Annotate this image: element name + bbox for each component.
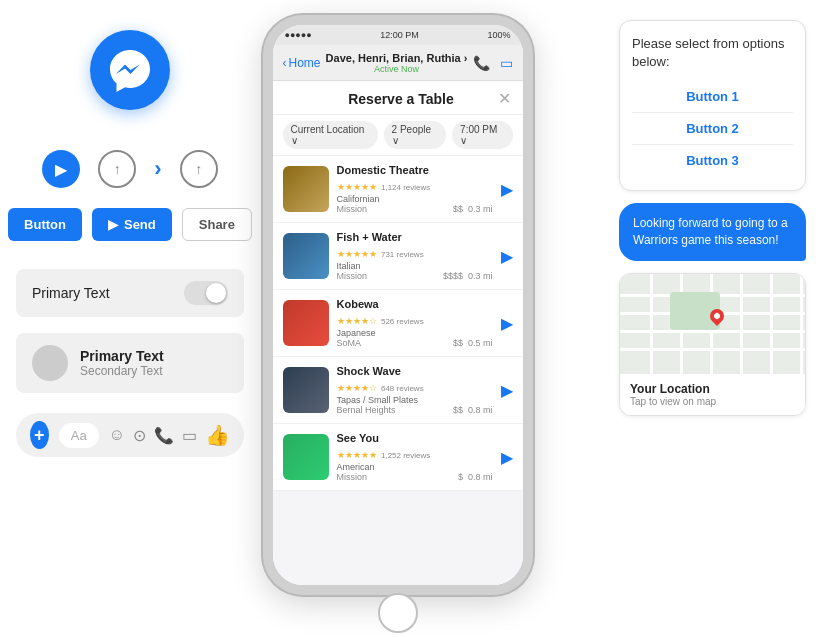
restaurant-image (283, 434, 329, 480)
toggle-label: Primary Text (32, 285, 110, 301)
toggle-switch[interactable] (184, 281, 228, 305)
video-call-icon[interactable]: ▭ (500, 55, 513, 71)
restaurant-select-arrow[interactable]: ▶ (501, 448, 513, 467)
review-count: 731 reviews (381, 250, 424, 259)
restaurant-location: Bernal Heights (337, 405, 396, 415)
phone-icon[interactable]: 📞 (154, 426, 174, 445)
restaurant-price: $$$$ 0.3 mi (443, 271, 493, 281)
restaurant-info: Kobewa ★★★★☆ 526 reviews Japanese SoMA $… (337, 298, 493, 348)
active-status: Active Now (321, 64, 473, 74)
restaurant-select-arrow[interactable]: ▶ (501, 247, 513, 266)
restaurant-info: Fish + Water ★★★★★ 731 reviews Italian M… (337, 231, 493, 281)
restaurant-rating: ★★★★★ 1,252 reviews (337, 444, 493, 462)
restaurant-item[interactable]: Kobewa ★★★★☆ 526 reviews Japanese SoMA $… (273, 290, 523, 357)
restaurant-image-bg (283, 300, 329, 346)
restaurant-meta: Mission $ 0.8 mi (337, 472, 493, 482)
restaurant-location: SoMA (337, 338, 362, 348)
reserve-header: Reserve a Table ✕ (273, 81, 523, 115)
restaurant-item[interactable]: See You ★★★★★ 1,252 reviews American Mis… (273, 424, 523, 491)
list-primary-text: Primary Text (80, 348, 164, 364)
send-btn[interactable]: ▶ Send (92, 208, 172, 241)
restaurant-rating: ★★★★★ 731 reviews (337, 243, 493, 261)
like-icon[interactable]: 👍 (205, 423, 230, 447)
restaurant-price: $$ 0.3 mi (453, 204, 493, 214)
phone-wrapper: ●●●●● 12:00 PM 100% ‹ Home Dave, Henri, … (245, 15, 550, 625)
options-card: Please select from options below: Button… (619, 20, 806, 191)
restaurant-select-arrow[interactable]: ▶ (501, 180, 513, 199)
restaurant-image-bg (283, 367, 329, 413)
street-v-6 (800, 274, 803, 374)
messenger-icon (106, 46, 154, 94)
share-btn[interactable]: Share (182, 208, 252, 241)
location-filter[interactable]: Current Location ∨ (283, 121, 378, 149)
restaurant-image (283, 233, 329, 279)
option-button-1[interactable]: Button 1 (632, 81, 793, 112)
left-panel: ▶ ↑ › ↑ Button ▶ Send Share Primary Text… (0, 0, 260, 637)
button-btn[interactable]: Button (8, 208, 82, 241)
street-v-1 (650, 274, 653, 374)
phone-call-icon[interactable]: 📞 (473, 55, 490, 71)
upload-icon-1[interactable]: ↑ (98, 150, 136, 188)
option-button-3[interactable]: Button 3 (632, 144, 793, 176)
restaurant-cuisine: Japanese (337, 328, 493, 338)
camera-icon[interactable]: ⊙ (133, 426, 146, 445)
icon-row: ▶ ↑ › ↑ (42, 150, 217, 188)
phone-frame: ●●●●● 12:00 PM 100% ‹ Home Dave, Henri, … (263, 15, 533, 595)
time-filter[interactable]: 7:00 PM ∨ (452, 121, 512, 149)
option-button-2[interactable]: Button 2 (632, 112, 793, 144)
map-area (620, 274, 805, 374)
map-card[interactable]: Your Location Tap to view on map (619, 273, 806, 416)
message-input[interactable]: Aa (59, 423, 99, 448)
back-chevron: ‹ (283, 56, 287, 70)
emoji-icon[interactable]: ☺ (109, 426, 125, 444)
restaurant-info: Domestic Theatre ★★★★★ 1,124 reviews Cal… (337, 164, 493, 214)
arrow-icon: › (154, 156, 161, 182)
star-rating: ★★★★★ (337, 249, 377, 259)
restaurant-item[interactable]: Fish + Water ★★★★★ 731 reviews Italian M… (273, 223, 523, 290)
restaurant-item[interactable]: Domestic Theatre ★★★★★ 1,124 reviews Cal… (273, 156, 523, 223)
restaurant-price: $ 0.8 mi (458, 472, 493, 482)
restaurant-select-arrow[interactable]: ▶ (501, 381, 513, 400)
chat-bubble: Looking forward to going to a Warriors g… (619, 203, 806, 261)
restaurant-location: Mission (337, 271, 368, 281)
restaurant-price: $$ 0.5 mi (453, 338, 493, 348)
restaurant-select-arrow[interactable]: ▶ (501, 314, 513, 333)
restaurant-meta: SoMA $$ 0.5 mi (337, 338, 493, 348)
input-bar: + Aa ☺ ⊙ 📞 ▭ 👍 (16, 413, 244, 457)
restaurant-image (283, 300, 329, 346)
star-rating: ★★★★☆ (337, 316, 377, 326)
review-count: 648 reviews (381, 384, 424, 393)
street-v-4 (740, 274, 743, 374)
input-placeholder: Aa (71, 428, 87, 443)
close-button[interactable]: ✕ (498, 89, 511, 108)
back-button[interactable]: ‹ Home (283, 56, 321, 70)
add-button[interactable]: + (30, 421, 49, 449)
restaurant-meta: Mission $$ 0.3 mi (337, 204, 493, 214)
location-name: Your Location (630, 382, 795, 396)
restaurant-price: $$ 0.8 mi (453, 405, 493, 415)
restaurant-info: Shock Wave ★★★★☆ 648 reviews Tapas / Sma… (337, 365, 493, 415)
restaurant-image-bg (283, 233, 329, 279)
restaurant-list: Domestic Theatre ★★★★★ 1,124 reviews Cal… (273, 156, 523, 585)
restaurant-item[interactable]: Shock Wave ★★★★☆ 648 reviews Tapas / Sma… (273, 357, 523, 424)
nav-bar: ‹ Home Dave, Henri, Brian, Ruthia › Acti… (273, 45, 523, 81)
play-icon[interactable]: ▶ (42, 150, 80, 188)
video-icon[interactable]: ▭ (182, 426, 197, 445)
restaurant-rating: ★★★★☆ 526 reviews (337, 310, 493, 328)
people-filter[interactable]: 2 People ∨ (384, 121, 447, 149)
restaurant-rating: ★★★★★ 1,124 reviews (337, 176, 493, 194)
restaurant-cuisine: Italian (337, 261, 493, 271)
restaurant-meta: Mission $$$$ 0.3 mi (337, 271, 493, 281)
restaurant-cuisine: American (337, 462, 493, 472)
input-icons: ☺ ⊙ 📞 ▭ 👍 (109, 423, 230, 447)
restaurant-location: Mission (337, 472, 368, 482)
restaurant-rating: ★★★★☆ 648 reviews (337, 377, 493, 395)
review-count: 1,252 reviews (381, 451, 430, 460)
home-button[interactable] (378, 593, 418, 633)
street-v-5 (770, 274, 773, 374)
upload-icon-2[interactable]: ↑ (180, 150, 218, 188)
send-icon: ▶ (108, 217, 118, 232)
messenger-logo (90, 30, 170, 110)
reserve-title: Reserve a Table (305, 91, 498, 107)
star-rating: ★★★★☆ (337, 383, 377, 393)
